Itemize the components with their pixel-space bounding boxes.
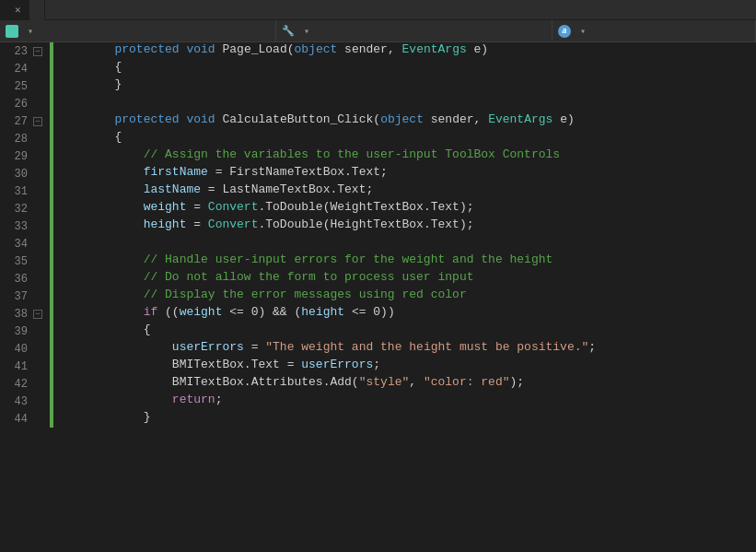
code-token-plain: , [409, 375, 424, 389]
line-number: 39 [0, 325, 33, 338]
code-line [57, 235, 756, 253]
line-row: 28 [0, 130, 42, 147]
code-token-plain: sender, [337, 42, 401, 56]
collapse-button[interactable]: − [33, 310, 42, 319]
green-bar-cell [50, 270, 53, 288]
code-line: { [57, 130, 756, 147]
green-bar-cell [50, 42, 53, 60]
code-line: } [57, 77, 756, 95]
code-token-plain: = LastNameTextBox.Text; [201, 182, 373, 196]
code-token-event: EventArgs [402, 42, 467, 56]
collapse-button[interactable]: − [33, 47, 42, 56]
code-token-event: EventArgs [488, 112, 552, 126]
code-token-plain: ; [373, 358, 380, 371]
line-row: 40 [0, 340, 42, 358]
line-row: 30 [0, 165, 42, 182]
green-bar-cell [50, 253, 53, 270]
collapse-button[interactable]: − [33, 117, 42, 126]
code-token-kw: object [295, 42, 338, 56]
code-token-plain: e) [467, 42, 488, 56]
code-token-string: "The weight and the height must be posit… [265, 340, 588, 354]
code-token-string: "color: red" [424, 375, 510, 389]
code-token-plain: <= 0) && ( [222, 305, 301, 319]
code-token-string: "style" [359, 375, 410, 389]
green-bar-column [50, 42, 53, 552]
code-indent [57, 200, 144, 214]
green-bar-cell [50, 60, 53, 77]
code-token-plain: } [144, 410, 151, 424]
class-dropdown-arrow[interactable]: ▾ [304, 26, 309, 37]
code-indent [57, 60, 114, 74]
code-indent [57, 165, 144, 179]
member-dropdown-arrow[interactable]: ▾ [580, 26, 586, 37]
line-number: 35 [0, 255, 33, 268]
code-line [57, 95, 756, 112]
tab-cs-close[interactable]: ✕ [15, 4, 21, 16]
line-number: 33 [0, 220, 33, 233]
green-bar-cell [50, 95, 53, 112]
code-token-kw2: if [144, 305, 158, 319]
line-number: 24 [0, 63, 33, 76]
code-token-param: userErrors [172, 340, 244, 354]
tab-cs[interactable]: ✕ [0, 0, 29, 20]
code-indent [57, 393, 172, 406]
code-token-plain: { [114, 130, 122, 144]
code-token-comment: // Do not allow the form to process user… [144, 270, 474, 284]
code-area: 23−24252627−2829303132333435363738−39404… [0, 42, 756, 552]
code-token-plain [215, 42, 223, 56]
toolbar-namespace[interactable]: ▾ [0, 20, 276, 42]
code-token-plain [180, 42, 187, 56]
line-number: 28 [0, 133, 33, 146]
code-line: protected void CalculateButton_Click(obj… [57, 112, 756, 130]
code-line: lastName = LastNameTextBox.Text; [57, 182, 756, 200]
line-row: 35 [0, 253, 42, 270]
code-token-kw: void [186, 112, 215, 126]
line-row: 38− [0, 305, 42, 323]
line-numbers: 23−24252627−2829303132333435363738−39404… [0, 42, 50, 552]
green-bar-cell [50, 165, 53, 182]
code-indent [57, 253, 144, 266]
toolbar-member[interactable]: a ▾ [552, 20, 756, 42]
green-bar-cell [50, 305, 53, 323]
code-token-plain: } [114, 77, 122, 91]
code-token-plain: BMITextBox.Text = [172, 358, 301, 371]
code-content[interactable]: protected void Page_Load(object sender, … [53, 42, 756, 552]
toolbar-class[interactable]: 🔧 ▾ [276, 20, 552, 42]
green-bar-cell [50, 235, 53, 253]
code-indent [57, 42, 114, 56]
line-number: 31 [0, 185, 33, 198]
code-line: } [57, 410, 756, 428]
code-token-kw: object [380, 112, 424, 126]
tab-bar: ✕ [0, 0, 756, 20]
line-row: 34 [0, 235, 42, 253]
code-token-comment: // Handle user-input errors for the weig… [144, 253, 553, 266]
code-indent [57, 270, 144, 284]
code-indent [57, 130, 114, 144]
code-token-plain: .ToDouble(HeightTextBox.Text); [258, 217, 473, 231]
code-line: protected void Page_Load(object sender, … [57, 42, 756, 60]
code-token-plain: ; [588, 340, 596, 354]
code-indent [57, 305, 144, 319]
code-token-plain: = [186, 200, 207, 214]
code-indent [57, 288, 144, 301]
green-bar-cell [50, 410, 53, 428]
tab-aspx[interactable] [29, 0, 45, 20]
green-bar-cell [50, 147, 53, 165]
code-token-comment: // Display the error messages using red … [144, 288, 467, 301]
green-bar-cell [50, 323, 53, 340]
line-number: 44 [0, 413, 33, 426]
green-bar-cell [50, 130, 53, 147]
code-token-kw: protected [114, 42, 179, 56]
namespace-icon [6, 25, 18, 38]
namespace-dropdown-arrow[interactable]: ▾ [28, 26, 33, 37]
code-token-plain [215, 112, 223, 126]
green-bar-cell [50, 200, 53, 217]
code-token-param: lastName [144, 182, 201, 196]
line-row: 23− [0, 42, 42, 60]
code-indent [57, 323, 144, 336]
code-token-plain: BMITextBox.Attributes.Add( [172, 375, 359, 389]
green-bar-cell [50, 77, 53, 95]
code-token-plain: = FirstNameTextBox.Text; [208, 165, 388, 179]
line-number: 41 [0, 360, 33, 373]
green-bar-cell [50, 217, 53, 235]
